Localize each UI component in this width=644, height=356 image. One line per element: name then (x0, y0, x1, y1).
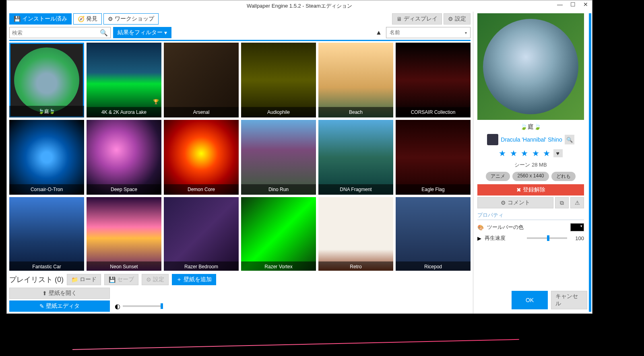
sidebar-scrollbar[interactable] (589, 13, 591, 312)
toolbar-color-picker[interactable] (570, 223, 584, 231)
tile-label: Retro (318, 261, 393, 271)
sort-select[interactable]: 名前 (386, 27, 471, 38)
trophy-icon: 🏆 (153, 99, 159, 105)
tile-label: Arsenal (164, 107, 239, 117)
tab-discover[interactable]: 🧭 発見 (73, 13, 102, 25)
wallpaper-tile[interactable]: Beach (318, 43, 393, 117)
tile-thumbnail (318, 120, 393, 195)
tile-label: CORSAIR Collection (396, 107, 471, 117)
search-input[interactable] (12, 30, 100, 36)
tag[interactable]: どれも (551, 172, 576, 181)
tile-label: Audiophile (241, 107, 316, 117)
search-author-button[interactable]: 🔍 (565, 135, 574, 144)
ok-button[interactable]: OK (512, 291, 548, 309)
wallpaper-tile[interactable]: CORSAIR Collection (396, 43, 471, 117)
tag[interactable]: アニメ (486, 172, 510, 181)
search-box[interactable]: 🔍 (9, 27, 111, 38)
filter-button[interactable]: 結果をフィルター ▾ (113, 27, 171, 38)
wallpaper-tile[interactable]: Audiophile (241, 43, 316, 117)
meta-info: シーン 28 MB (477, 161, 584, 169)
add-wallpaper-button[interactable]: ＋ 壁紙を追加 (172, 274, 216, 285)
unsubscribe-button[interactable]: ✖ 登録解除 (477, 184, 584, 195)
tile-thumbnail (396, 43, 471, 117)
report-button[interactable]: ⚠ (570, 197, 584, 208)
favorite-button[interactable]: ♥ (553, 149, 562, 157)
warning-icon: ⚠ (575, 200, 580, 206)
tile-thumbnail (164, 120, 239, 195)
tab-workshop[interactable]: ⚙ ワークショップ (103, 13, 159, 25)
tag[interactable]: 2560 x 1440 (512, 172, 549, 181)
close-button[interactable]: ✕ (581, 1, 590, 9)
sort-direction-button[interactable]: ▲ (374, 28, 384, 37)
wallpaper-tile[interactable]: Neon Sunset (87, 197, 161, 271)
tab-installed[interactable]: 💾 インストール済み (9, 13, 72, 25)
divider (9, 40, 471, 41)
wallpaper-tile[interactable]: Ricepod (396, 197, 471, 271)
tools-icon: ✎ (39, 303, 44, 309)
wallpaper-title: 🍃🍃庭🍃庭🍃 (477, 123, 584, 131)
display-button[interactable]: 🖥 ディスプレイ (392, 13, 442, 25)
zoom-slider-thumb[interactable] (161, 303, 163, 309)
monitor-icon: 🖥 (396, 16, 402, 22)
wallpaper-tile[interactable]: Dino Run (241, 120, 316, 195)
detail-sidebar: 🍃🍃庭🍃庭🍃 Dracula 'Hannibal' Shino 🔍 ★ ★ ★ … (473, 12, 592, 313)
folder-icon: 📁 (71, 276, 78, 283)
wallpaper-tile[interactable]: Arsenal (164, 43, 239, 117)
contrast-icon: ◐ (115, 302, 120, 310)
open-wallpaper-button[interactable]: ⬆ 壁紙を開く (9, 288, 110, 299)
tile-label: Demon Core (164, 184, 239, 195)
wallpaper-tile[interactable]: Fantastic Car (9, 197, 84, 271)
wallpaper-tile[interactable]: Demon Core (164, 120, 239, 195)
palette-icon: 🎨 (477, 224, 484, 230)
settings-button[interactable]: ⚙ 設定 (444, 13, 471, 25)
save-icon: 💾 (109, 276, 116, 283)
tile-thumbnail (87, 120, 161, 195)
tag-list: アニメ2560 x 1440どれも (477, 172, 584, 181)
tile-thumbnail (396, 197, 471, 271)
search-icon[interactable]: 🔍 (100, 29, 108, 37)
playlist-save-button[interactable]: 💾 セーブ (104, 274, 138, 285)
wallpaper-tile[interactable]: Retro (318, 197, 393, 271)
tile-thumbnail (396, 120, 471, 195)
save-icon: 💾 (14, 16, 21, 22)
titlebar: Wallpaper Engine 1.5.2 - Steamエディション — ☐… (7, 0, 592, 12)
tile-thumbnail (164, 197, 239, 271)
speed-slider-thumb[interactable] (547, 235, 549, 241)
author-link[interactable]: Dracula 'Hannibal' Shino (501, 136, 562, 143)
tile-thumbnail (241, 120, 316, 195)
copy-button[interactable]: ⧉ (555, 197, 569, 208)
steam-icon: ⚙ (501, 200, 506, 206)
playlist-load-button[interactable]: 📁 ロード (67, 274, 101, 285)
properties-header: プロパティ (477, 212, 584, 220)
tile-label: DNA Fragment (318, 184, 393, 195)
wallpaper-tile[interactable]: DNA Fragment (318, 120, 393, 195)
zoom-slider[interactable] (123, 305, 163, 307)
wallpaper-editor-button[interactable]: ✎ 壁紙エディタ (9, 300, 110, 312)
preview-image (477, 13, 584, 120)
speed-slider[interactable] (527, 237, 567, 239)
tile-label: 4K & 2K Aurora Lake (87, 107, 161, 117)
tile-label: 🍃庭🍃 (9, 106, 84, 117)
wallpaper-tile[interactable]: Corsair-O-Tron (9, 120, 84, 195)
prop-speed-label: 再生速度 (485, 235, 524, 242)
tile-label: Neon Sunset (87, 261, 161, 271)
minimize-button[interactable]: — (555, 1, 565, 9)
wallpaper-tile[interactable]: Razer Bedroom (164, 197, 239, 271)
wallpaper-tile[interactable]: Deep Space (87, 120, 161, 195)
main-tabs: 💾 インストール済み 🧭 発見 ⚙ ワークショップ 🖥 ディスプレイ ⚙ (9, 13, 471, 25)
wallpaper-tile[interactable]: Eagle Flag (396, 120, 471, 195)
playlist-settings-button[interactable]: ⚙ 設定 (142, 274, 169, 285)
wallpaper-tile[interactable]: 🍃庭🍃 (9, 43, 84, 117)
maximize-button[interactable]: ☐ (568, 1, 578, 9)
tile-thumbnail (318, 197, 393, 271)
wallpaper-tile[interactable]: Razer Vortex (241, 197, 316, 271)
compass-icon: 🧭 (78, 16, 85, 22)
author-avatar[interactable] (487, 134, 498, 145)
tile-thumbnail (241, 43, 316, 117)
copy-icon: ⧉ (560, 200, 564, 206)
cancel-button[interactable]: キャンセル (551, 291, 587, 309)
tile-label: Razer Vortex (241, 261, 316, 271)
comment-button[interactable]: ⚙ コメント (477, 197, 553, 208)
wallpaper-tile[interactable]: 🏆4K & 2K Aurora Lake (87, 43, 161, 117)
tile-label: Fantastic Car (9, 261, 84, 271)
